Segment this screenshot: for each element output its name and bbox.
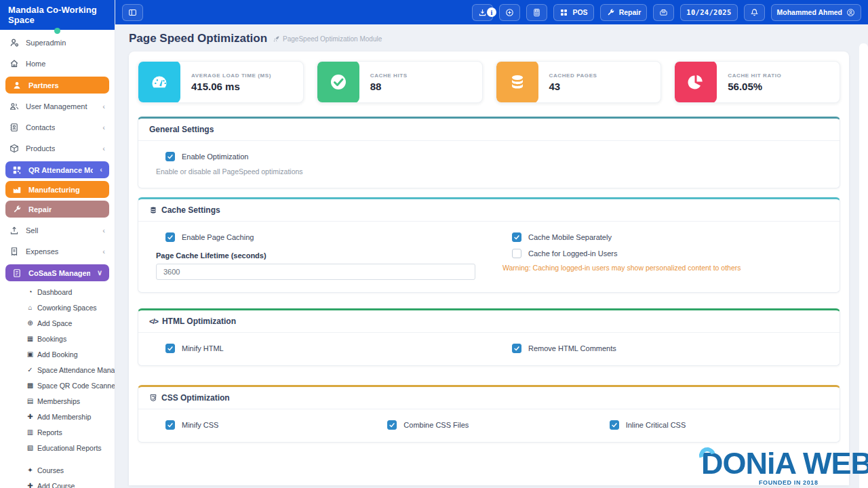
optimization-description: Enable or disable all PageSpeed optimiza… (156, 167, 822, 176)
sidebar-subitem-add-membership[interactable]: ✚Add Membership (0, 409, 115, 424)
sidebar-item-cosaas-management[interactable]: CoSaaS Management ∨ (5, 264, 109, 281)
check-circle-icon (317, 61, 359, 103)
notifications-button[interactable] (744, 4, 765, 21)
cache-mobile-checkbox[interactable] (512, 232, 521, 242)
users-icon (9, 102, 19, 111)
user-circle-icon (846, 8, 855, 17)
stat-label: CACHE HIT RATIO (728, 73, 781, 79)
sidebar-subitem-bookings[interactable]: ▦Bookings (0, 331, 115, 346)
add-button[interactable] (499, 4, 520, 21)
sidebar-item-partners[interactable]: Partners (5, 77, 109, 94)
sidebar-subitem-add-booking[interactable]: ▣Add Booking (0, 346, 115, 362)
sidebar-brand-header: Mandala Co-Working Space (0, 0, 115, 30)
module-badge: PageSpeed Optimization Module (273, 35, 382, 43)
sidebar: Mandala Co-Working Space Superadmin Home… (0, 0, 115, 488)
sidebar-item-user-management[interactable]: User Management ‹ (0, 96, 115, 117)
qr-code-icon: ▩ (26, 382, 35, 389)
database-icon (149, 206, 157, 214)
date-display[interactable]: 10/24/2025 (680, 4, 737, 21)
sidebar-item-products[interactable]: Products ‹ (0, 138, 115, 159)
stat-label: CACHED PAGES (549, 73, 597, 79)
combine-css-row: Combine CSS Files (387, 420, 599, 430)
minify-css-checkbox[interactable] (165, 420, 175, 430)
doniaweb-watermark: DONiA WEB FOUNDED IN 2018 (701, 448, 868, 488)
chevron-left-icon: ‹ (102, 248, 105, 256)
css-shield-icon (149, 394, 157, 402)
inline-critical-css-checkbox[interactable] (610, 420, 619, 430)
sidebar-item-qr-attendance-module[interactable]: QR Attendance Mod... ‹ (5, 161, 109, 178)
stat-card-cache-hit-ratio: CACHE HIT RATIO 56.05% (674, 61, 840, 103)
stat-label: CACHE HITS (370, 73, 408, 79)
user-check-icon: ✓ (26, 366, 35, 373)
enable-page-caching-row: Enable Page Caching (165, 232, 475, 242)
lifetime-input[interactable] (156, 264, 475, 280)
remove-html-comments-checkbox[interactable] (512, 344, 521, 353)
speedometer-icon (138, 61, 180, 103)
sidebar-subitem-space-attendance-manager[interactable]: ✓Space Attendance Manage (0, 362, 115, 378)
enable-optimization-checkbox[interactable] (165, 152, 175, 161)
sidebar-subitem-space-qr-code-scanner[interactable]: ▩Space QR Code Scanner (0, 378, 115, 393)
enable-page-caching-checkbox[interactable] (165, 232, 175, 242)
user-menu-button[interactable]: Mohammed Ahmed (771, 4, 861, 21)
stat-card-avg-load-time: AVERAGE LOAD TIME (MS) 415.06 ms (138, 61, 304, 103)
pos-button[interactable]: POS (553, 4, 593, 21)
wrench-icon (606, 8, 615, 17)
sidebar-subitem-dashboard[interactable]: ◔Dashboard (0, 284, 115, 300)
cache-logged-in-checkbox[interactable] (512, 249, 521, 258)
sidebar-subitem-courses[interactable]: ✦Courses (0, 462, 115, 478)
page-title: Page Speed Optimization (129, 32, 267, 45)
sidebar-toggle-button[interactable] (122, 4, 143, 21)
factory-icon (12, 185, 22, 195)
sidebar-subitem-add-space[interactable]: ⊕Add Space (0, 315, 115, 331)
sidebar-subitem-coworking-spaces[interactable]: ⌂Coworking Spaces (0, 300, 115, 315)
watermark-tagline: FOUNDED IN 2018 (759, 480, 868, 486)
cache-right-column: Cache Mobile Separately Cache for Logged… (502, 232, 822, 280)
content-card: AVERAGE LOAD TIME (MS) 415.06 ms CACHE H… (129, 52, 849, 485)
sidebar-item-manufacturing[interactable]: Manufacturing (5, 181, 109, 198)
cache-logged-in-row: Cache for Logged-in Users (512, 249, 822, 258)
section-header: </> HTML Optimization (138, 310, 840, 333)
sidebar-item-superadmin[interactable]: Superadmin (0, 33, 115, 53)
code-icon: </> (149, 317, 158, 325)
upload-icon (9, 226, 19, 235)
cash-register-icon (659, 8, 668, 17)
section-html-optimization: </> HTML Optimization Minify HTML Remove… (138, 308, 840, 366)
topbar: i POS Repair 10/24/2025 Mohammed Ahmed (115, 0, 868, 24)
sidebar-item-contacts[interactable]: Contacts ‹ (0, 117, 115, 138)
sidebar-item-home[interactable]: Home (0, 54, 115, 74)
sidebar-subitem-memberships[interactable]: ▤Memberships (0, 393, 115, 409)
lifetime-field-label: Page Cache Lifetime (seconds) (156, 251, 475, 260)
plus-icon: ✚ (26, 482, 35, 488)
stat-value: 56.05% (728, 81, 781, 92)
stat-card-cached-pages: CACHED PAGES 43 (496, 61, 662, 103)
cache-mobile-row: Cache Mobile Separately (512, 232, 822, 242)
sidebar-subitem-educational-reports[interactable]: ▧Educational Reports (0, 440, 115, 455)
minify-html-checkbox[interactable] (165, 344, 175, 353)
calculator-button[interactable] (526, 4, 547, 21)
repair-button[interactable]: Repair (600, 4, 648, 21)
pie-chart-icon (675, 61, 717, 103)
section-header: Cache Settings (138, 199, 840, 222)
sidebar-item-sell[interactable]: Sell ‹ (0, 220, 115, 241)
sidebar-item-expenses[interactable]: Expenses ‹ (0, 241, 115, 262)
stat-value: 43 (549, 81, 597, 92)
sidebar-divider (0, 455, 115, 462)
cash-register-button[interactable] (653, 4, 674, 21)
stat-card-cache-hits: CACHE HITS 88 (317, 61, 483, 103)
chevron-left-icon: ‹ (102, 103, 105, 110)
graduation-cap-icon: ✦ (26, 466, 35, 474)
section-css-optimization: CSS Optimization Minify CSS Combine CSS … (138, 385, 840, 443)
cache-left-column: Enable Page Caching Page Cache Lifetime … (156, 232, 475, 280)
scrollbar[interactable] (859, 43, 868, 488)
info-button[interactable]: i (487, 7, 496, 17)
combine-css-checkbox[interactable] (387, 420, 397, 430)
user-plus-icon: ✚ (26, 413, 35, 420)
stat-label: AVERAGE LOAD TIME (MS) (191, 73, 271, 79)
inline-critical-css-row: Inline Critical CSS (610, 420, 822, 430)
sidebar-subitem-reports[interactable]: ▥Reports (0, 424, 115, 440)
remove-html-comments-row: Remove HTML Comments (512, 344, 822, 353)
sidebar-subitem-add-course[interactable]: ✚Add Course (0, 478, 115, 488)
sidebar-item-repair[interactable]: Repair (5, 201, 109, 218)
section-header: CSS Optimization (138, 387, 840, 409)
home-icon (9, 59, 19, 68)
